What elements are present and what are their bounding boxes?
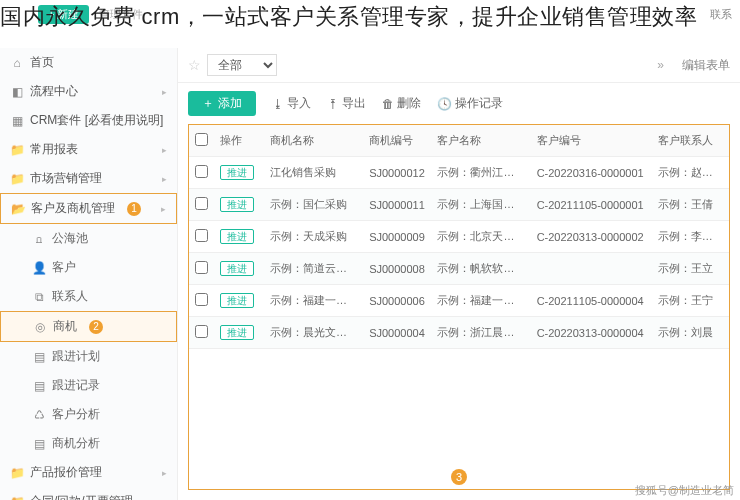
toolbar: ＋ 添加 ⭳ 导入 ⭱ 导出 🗑 删除 🕓 操作记录: [178, 83, 740, 124]
sidebar-item-11[interactable]: ▤跟进记录: [0, 371, 177, 400]
row-checkbox[interactable]: [195, 197, 208, 210]
nav-icon: ▤: [32, 379, 46, 393]
chevron-icon: ▸: [162, 468, 167, 478]
sidebar-item-6[interactable]: ⩍公海池: [0, 224, 177, 253]
cell-customer: 示例：衢州江化集团: [431, 157, 530, 189]
sidebar-item-15[interactable]: 📁合同/回款/开票管理▸: [0, 487, 177, 500]
sidebar-item-14[interactable]: 📁产品报价管理▸: [0, 458, 177, 487]
push-button[interactable]: 推进: [220, 325, 254, 340]
push-button[interactable]: 推进: [220, 229, 254, 244]
nav-label: 商机分析: [52, 435, 100, 452]
push-button[interactable]: 推进: [220, 293, 254, 308]
table-row[interactable]: 推进示例：晨光文具设备…SJ0000004示例：浙江晨光文具…C-2022031…: [189, 317, 729, 349]
table-row[interactable]: 推进江化销售采购SJ0000012示例：衢州江化集团C-20220316-000…: [189, 157, 729, 189]
data-table: 操作 商机名称 商机编号 客户名称 客户编号 客户联系人 推进江化销售采购SJ0…: [189, 125, 729, 349]
nav-icon: ⧉: [32, 290, 46, 304]
row-checkbox[interactable]: [195, 261, 208, 274]
cell-cust-code: [531, 253, 652, 285]
push-button[interactable]: 推进: [220, 261, 254, 276]
sidebar-item-2[interactable]: ▦CRM套件 [必看使用说明]: [0, 106, 177, 135]
cell-customer: 示例：浙江晨光文具…: [431, 317, 530, 349]
filter-select[interactable]: 全部: [207, 54, 277, 76]
table-header-row: 操作 商机名称 商机编号 客户名称 客户编号 客户联系人: [189, 125, 729, 157]
col-cust-code: 客户编号: [531, 125, 652, 157]
row-checkbox[interactable]: [195, 229, 208, 242]
col-contact: 客户联系人: [652, 125, 729, 157]
chevron-icon: ▸: [162, 174, 167, 184]
sidebar-item-9[interactable]: ◎商机2: [0, 311, 177, 342]
nav-label: 常用报表: [30, 141, 78, 158]
table-row[interactable]: 推进示例：天成采购SJ0000009示例：北京天诚软件…C-20220313-0…: [189, 221, 729, 253]
add-button[interactable]: ＋ 添加: [188, 91, 256, 116]
sidebar: ⌂首页◧流程中心▸▦CRM套件 [必看使用说明]📁常用报表▸📁市场营销管理▸📂客…: [0, 48, 178, 500]
sidebar-item-10[interactable]: ▤跟进计划: [0, 342, 177, 371]
nav-icon: 📁: [10, 466, 24, 480]
sidebar-item-1[interactable]: ◧流程中心▸: [0, 77, 177, 106]
cell-code: SJ0000008: [363, 253, 431, 285]
edit-form-link[interactable]: 编辑表单: [682, 57, 730, 74]
cell-name: 示例：简道云采购: [264, 253, 363, 285]
push-button[interactable]: 推进: [220, 197, 254, 212]
nav-label: 联系人: [52, 288, 88, 305]
cell-cust-code: C-20220313-0000004: [531, 317, 652, 349]
cell-name: 江化销售采购: [264, 157, 363, 189]
push-button[interactable]: 推进: [220, 165, 254, 180]
col-op: 操作: [214, 125, 264, 157]
cell-code: SJ0000012: [363, 157, 431, 189]
sidebar-item-3[interactable]: 📁常用报表▸: [0, 135, 177, 164]
col-code: 商机编号: [363, 125, 431, 157]
sidebar-item-0[interactable]: ⌂首页: [0, 48, 177, 77]
expand-icon[interactable]: »: [657, 58, 664, 72]
sidebar-item-8[interactable]: ⧉联系人: [0, 282, 177, 311]
sidebar-item-7[interactable]: 👤客户: [0, 253, 177, 282]
select-all-header: [189, 125, 214, 157]
cell-contact: 示例：王宁: [652, 285, 729, 317]
chevron-icon: ▸: [162, 87, 167, 97]
nav-label: CRM套件 [必看使用说明]: [30, 112, 163, 129]
cell-code: SJ0000009: [363, 221, 431, 253]
cell-name: 示例：国仁采购: [264, 189, 363, 221]
cell-name: 示例：晨光文具设备…: [264, 317, 363, 349]
row-checkbox[interactable]: [195, 325, 208, 338]
watermark: 搜狐号@制造业老简: [635, 483, 734, 498]
cell-customer: 示例：福建一高集团: [431, 285, 530, 317]
nav-label: 跟进记录: [52, 377, 100, 394]
main-panel: ☆ 全部 » 编辑表单 ＋ 添加 ⭳ 导入 ⭱ 导出 🗑 删除 🕓 操作记录 操…: [178, 48, 740, 500]
select-all-checkbox[interactable]: [195, 133, 208, 146]
nav-label: 跟进计划: [52, 348, 100, 365]
cell-name: 示例：福建一高3月订单: [264, 285, 363, 317]
row-checkbox[interactable]: [195, 293, 208, 306]
sidebar-item-5[interactable]: 📂客户及商机管理1▸: [0, 193, 177, 224]
sidebar-item-4[interactable]: 📁市场营销管理▸: [0, 164, 177, 193]
nav-icon: 📁: [10, 172, 24, 186]
operation-log-button[interactable]: 🕓 操作记录: [437, 95, 503, 112]
import-button[interactable]: ⭳ 导入: [272, 95, 311, 112]
delete-button[interactable]: 🗑 删除: [382, 95, 421, 112]
table-row[interactable]: 推进示例：简道云采购SJ0000008示例：帆软软件有限公司示例：王立: [189, 253, 729, 285]
star-icon[interactable]: ☆: [188, 57, 201, 73]
annotation-badge: 2: [89, 320, 103, 334]
sidebar-item-13[interactable]: ▤商机分析: [0, 429, 177, 458]
cell-cust-code: C-20220316-0000001: [531, 157, 652, 189]
nav-label: 公海池: [52, 230, 88, 247]
sidebar-item-12[interactable]: ♺客户分析: [0, 400, 177, 429]
nav-label: 产品报价管理: [30, 464, 102, 481]
filter-bar: ☆ 全部 » 编辑表单: [178, 48, 740, 83]
nav-icon: ◧: [10, 85, 24, 99]
row-checkbox[interactable]: [195, 165, 208, 178]
nav-icon: ▤: [32, 350, 46, 364]
annotation-badge-3: 3: [451, 469, 467, 485]
table-row[interactable]: 推进示例：福建一高3月订单SJ0000006示例：福建一高集团C-2021110…: [189, 285, 729, 317]
nav-label: 客户及商机管理: [31, 200, 115, 217]
export-button[interactable]: ⭱ 导出: [327, 95, 366, 112]
cell-code: SJ0000006: [363, 285, 431, 317]
cell-contact: 示例：王倩: [652, 189, 729, 221]
nav-label: 首页: [30, 54, 54, 71]
nav-icon: 📁: [10, 495, 24, 501]
nav-label: 商机: [53, 318, 77, 335]
cell-contact: 示例：刘晨: [652, 317, 729, 349]
nav-icon: 📁: [10, 143, 24, 157]
table-container: 操作 商机名称 商机编号 客户名称 客户编号 客户联系人 推进江化销售采购SJ0…: [188, 124, 730, 490]
cell-contact: 示例：李清海: [652, 221, 729, 253]
table-row[interactable]: 推进示例：国仁采购SJ0000011示例：上海国仁有限…C-20211105-0…: [189, 189, 729, 221]
